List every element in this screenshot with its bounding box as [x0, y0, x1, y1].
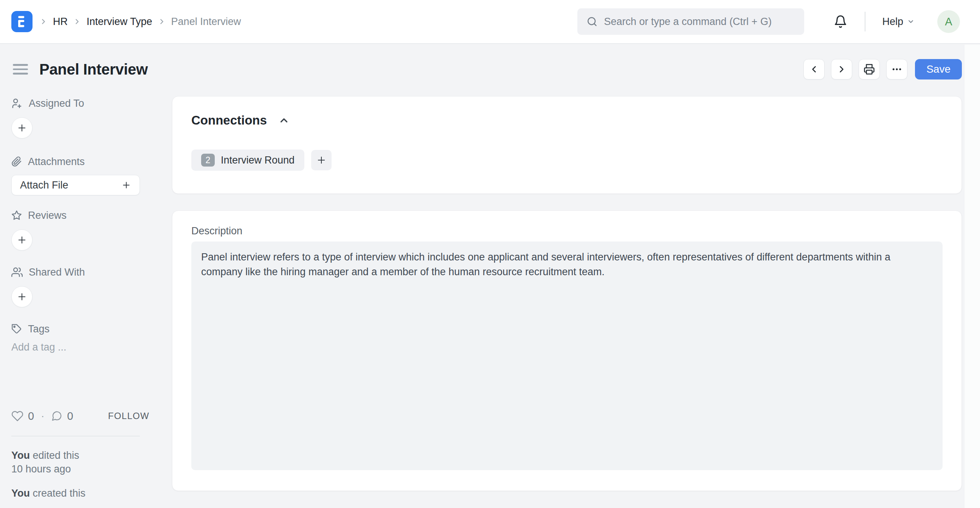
navbar-divider: [865, 12, 865, 32]
like-button[interactable]: 0: [11, 410, 34, 422]
sidebar-toggle-icon[interactable]: [11, 59, 30, 80]
notifications-bell-icon[interactable]: [834, 15, 847, 29]
description-textarea[interactable]: Panel interview refers to a type of inte…: [191, 241, 943, 470]
dot-separator: ·: [41, 410, 44, 422]
form-body: Connections 2 Interview Round Descriptio…: [172, 83, 962, 491]
reviews-label: Reviews: [28, 210, 67, 222]
search-icon: [586, 16, 598, 27]
like-count: 0: [28, 410, 34, 422]
assigned-to-section: Assigned To: [11, 97, 150, 109]
description-text: Panel interview refers to a type of inte…: [201, 250, 933, 280]
connections-heading: Connections: [191, 113, 267, 128]
page-title: Panel Interview: [39, 61, 148, 78]
star-icon: [11, 210, 22, 221]
chevron-left-icon: [809, 64, 819, 75]
add-review-button[interactable]: [11, 229, 32, 251]
search-input[interactable]: Search or type a command (Ctrl + G): [578, 8, 804, 35]
chevron-down-icon: [907, 18, 915, 26]
follow-button[interactable]: FOLLOW: [108, 411, 150, 421]
attach-file-label: Attach File: [20, 179, 68, 191]
interview-round-link[interactable]: 2 Interview Round: [191, 150, 304, 171]
edited-time: 10 hours ago: [11, 462, 150, 476]
ellipsis-icon: [891, 64, 902, 75]
link-count-badge: 2: [201, 154, 215, 166]
plus-icon: [17, 123, 27, 133]
tag-icon: [11, 324, 22, 334]
description-card: Description Panel interview refers to a …: [172, 211, 962, 491]
assign-user-icon: [11, 97, 23, 109]
more-options-button[interactable]: [886, 59, 907, 80]
reviews-section: Reviews: [11, 210, 150, 221]
form-layout: Assigned To Attachments Attach File Revi…: [0, 83, 980, 500]
prev-document-button[interactable]: [803, 59, 825, 80]
avatar-letter: A: [945, 16, 952, 28]
comment-count: 0: [67, 410, 73, 422]
tags-section: Tags: [11, 323, 150, 335]
user-avatar[interactable]: A: [937, 10, 960, 33]
add-share-button[interactable]: [11, 286, 32, 307]
chevron-right-icon: [73, 18, 81, 26]
connections-card: Connections 2 Interview Round: [172, 96, 962, 194]
page-head: Panel Interview Save: [0, 44, 980, 83]
erpnext-logo-icon: [17, 16, 27, 28]
chevron-right-icon: [158, 18, 166, 26]
breadcrumb: HR Interview Type Panel Interview: [39, 16, 241, 28]
heart-icon: [11, 410, 24, 422]
search-placeholder: Search or type a command (Ctrl + G): [604, 16, 771, 28]
attachments-section: Attachments: [11, 156, 150, 167]
sidebar-divider: [11, 436, 140, 436]
chevron-right-icon: [836, 64, 847, 75]
plus-icon: [316, 155, 327, 165]
comment-count-button[interactable]: 0: [51, 410, 73, 422]
add-assignment-button[interactable]: [11, 117, 32, 139]
breadcrumb-interview-type[interactable]: Interview Type: [87, 16, 153, 28]
help-label: Help: [882, 16, 903, 28]
paperclip-icon: [11, 157, 22, 167]
plus-icon: [121, 180, 131, 190]
connections-links: 2 Interview Round: [191, 150, 943, 171]
document-actions: Save: [803, 59, 962, 80]
assigned-to-label: Assigned To: [29, 97, 84, 109]
attachments-label: Attachments: [28, 156, 85, 168]
collapse-section-button[interactable]: [277, 113, 291, 128]
activity-log: You edited this 10 hours ago You created…: [11, 449, 150, 500]
edited-entry: You edited this: [11, 449, 150, 462]
app-logo[interactable]: [11, 11, 32, 32]
help-menu[interactable]: Help: [882, 16, 915, 28]
description-field-label: Description: [191, 225, 943, 237]
shared-with-label: Shared With: [29, 267, 85, 278]
next-document-button[interactable]: [831, 59, 852, 80]
tags-label: Tags: [28, 323, 49, 335]
breadcrumb-current-panel-interview: Panel Interview: [171, 16, 241, 28]
comment-bubble-icon: [51, 411, 62, 422]
chevron-right-icon: [39, 18, 48, 26]
created-entry: You created this: [11, 486, 150, 500]
users-icon: [11, 267, 23, 278]
attach-file-button[interactable]: Attach File: [11, 175, 140, 195]
document-reactions: 0 · 0 FOLLOW: [11, 409, 150, 423]
shared-with-section: Shared With: [11, 267, 150, 278]
print-button[interactable]: [859, 59, 880, 80]
add-connection-button[interactable]: [311, 150, 332, 170]
plus-icon: [17, 291, 27, 302]
navbar: HR Interview Type Panel Interview Search…: [0, 0, 980, 44]
chevron-up-icon: [278, 115, 290, 126]
page-scrollbar[interactable]: [964, 45, 980, 508]
breadcrumb-hr[interactable]: HR: [53, 16, 68, 28]
save-button[interactable]: Save: [915, 59, 962, 80]
connections-header: Connections: [191, 113, 943, 128]
plus-icon: [17, 235, 27, 245]
printer-icon: [864, 64, 875, 75]
form-sidebar: Assigned To Attachments Attach File Revi…: [0, 83, 172, 500]
add-tag-input[interactable]: Add a tag ...: [11, 342, 150, 353]
link-label: Interview Round: [221, 155, 294, 166]
